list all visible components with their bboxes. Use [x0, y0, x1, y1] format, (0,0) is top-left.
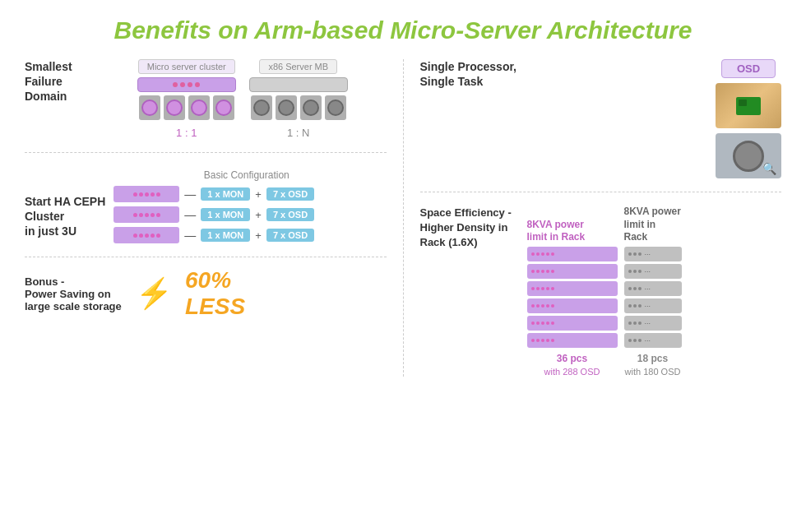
mon-box-3: 1 x MON — [201, 229, 250, 242]
single-processor-label: Single Processor,Single Task — [420, 59, 517, 89]
x86-hdd-icons — [251, 95, 346, 120]
purple-bars-col: 36 pcs with 288 OSD — [527, 247, 618, 377]
dot3 — [188, 82, 192, 87]
content-area: SmallestFailureDomain Micro server clust… — [25, 59, 781, 377]
lightning-icon: ⚡ — [136, 276, 173, 311]
ceph-line-1: — 1 x MON + 7 x OSD — [113, 186, 314, 202]
mon-box-1: 1 x MON — [201, 187, 250, 201]
diagram-group: Micro server cluster — [137, 59, 348, 139]
config-bar-1 — [113, 186, 179, 202]
power-limit-top: 8KVA powerlimit in Rack — [527, 219, 618, 244]
purple-pcs-count: 36 pcs — [527, 353, 618, 364]
hdd4 — [213, 95, 234, 120]
ceph-configs: — 1 x MON + 7 x OSD — [113, 186, 314, 243]
space-efficiency-label: Space Efficiency -Higher Density inRack … — [420, 206, 519, 251]
gray-bar-3: ··· — [624, 281, 682, 296]
dot4 — [195, 82, 200, 87]
osd-storage-visual: 🔍 — [716, 133, 781, 178]
smallest-failure-label: SmallestFailureDomain — [25, 59, 90, 104]
bars-container: 36 pcs with 288 OSD ··· ··· — [527, 247, 682, 377]
space-efficiency-section: Space Efficiency -Higher Density inRack … — [420, 206, 782, 377]
hdd5 — [251, 95, 272, 120]
disk-circle — [733, 141, 764, 172]
ha-ceph-label: Start HA CEPHClusterin just 3U — [25, 194, 105, 239]
hdd7 — [300, 95, 322, 120]
purple-bar-3 — [527, 281, 618, 296]
osd-box-1: 7 x OSD — [266, 187, 314, 201]
board-chip — [736, 97, 761, 115]
gray-bar-4: ··· — [624, 298, 682, 313]
sixty-percent: 60%LESS — [185, 267, 245, 320]
gray-bar-2: ··· — [624, 264, 682, 279]
bonus-section: Bonus -Power Saving onlarge scale storag… — [25, 257, 387, 320]
main-title: Benefits on Arm-based Micro-Server Archi… — [25, 16, 781, 44]
purple-bar-5 — [527, 316, 618, 331]
arrow-1: — — [184, 187, 196, 201]
basic-config-label: Basic Configuration — [107, 169, 387, 181]
plus-1: + — [255, 188, 262, 201]
gray-pcs-sub: with 180 OSD — [624, 367, 682, 377]
right-panel: Single Processor,Single Task OSD 🔍 — [404, 59, 782, 377]
arrow-2: — — [184, 208, 196, 221]
dot2 — [180, 82, 185, 87]
gray-bar-6: ··· — [624, 333, 682, 348]
magnify-icon: 🔍 — [762, 162, 776, 175]
smallest-failure-section: SmallestFailureDomain Micro server clust… — [25, 59, 387, 153]
single-processor-section: Single Processor,Single Task OSD 🔍 — [420, 59, 782, 192]
osd-box-2: 7 x OSD — [266, 208, 314, 221]
hdd2 — [164, 95, 185, 120]
cluster-diagram: Micro server cluster — [99, 59, 387, 139]
ha-ceph-section: Basic Configuration Start HA CEPHCluster… — [25, 166, 387, 243]
purple-bar-4 — [527, 298, 618, 313]
smallest-failure-content: SmallestFailureDomain Micro server clust… — [25, 59, 387, 139]
density-area: 8KVA powerlimit in Rack 8KVA powerlimit … — [527, 206, 682, 377]
hdd6 — [276, 95, 297, 120]
purple-pcs-sub: with 288 OSD — [527, 367, 618, 377]
plus-2: + — [255, 209, 262, 221]
micro-cluster-item: Micro server cluster — [137, 59, 236, 139]
x86-item: x86 Server MB 1 : N — [249, 59, 348, 139]
mon-box-2: 1 x MON — [201, 208, 250, 221]
dot1 — [173, 82, 178, 87]
gray-bars-col: ··· ··· ··· — [624, 247, 682, 377]
hdd8 — [325, 95, 346, 120]
ceph-line-3: — 1 x MON + 7 x OSD — [113, 227, 314, 243]
gray-pcs-count: 18 pcs — [624, 353, 682, 364]
micro-cluster-label: Micro server cluster — [138, 59, 235, 74]
power-labels-top: 8KVA powerlimit in Rack 8KVA powerlimit … — [527, 206, 682, 244]
purple-bar-2 — [527, 264, 618, 279]
page: Benefits on Arm-based Micro-Server Archi… — [0, 0, 806, 532]
x86-label: x86 Server MB — [259, 59, 337, 74]
bonus-label: Bonus -Power Saving onlarge scale storag… — [25, 275, 123, 312]
gray-bar-5: ··· — [624, 316, 682, 331]
board-visual — [716, 83, 781, 128]
arrow-3: — — [184, 229, 196, 242]
osd-label: OSD — [721, 59, 776, 78]
osd-diagram: OSD 🔍 — [716, 59, 781, 178]
x86-server-bar — [249, 77, 348, 92]
micro-server-bar — [137, 77, 236, 92]
left-panel: SmallestFailureDomain Micro server clust… — [25, 59, 404, 377]
purple-bar-1 — [527, 247, 618, 261]
config-bar-3 — [113, 227, 179, 243]
ratio-x86: 1 : N — [287, 127, 309, 139]
osd-box-3: 7 x OSD — [266, 229, 314, 242]
ceph-line-2: — 1 x MON + 7 x OSD — [113, 206, 314, 223]
hdd3 — [188, 95, 210, 120]
plus-3: + — [255, 229, 262, 242]
hdd1 — [139, 95, 160, 120]
power-limit-right: 8KVA powerlimit in Rack — [624, 206, 682, 244]
ha-ceph-row: Start HA CEPHClusterin just 3U — — [25, 186, 387, 243]
config-bar-2 — [113, 206, 179, 223]
gray-bar-1: ··· — [624, 247, 682, 261]
micro-hdd-icons — [139, 95, 234, 120]
ratio-micro: 1 : 1 — [176, 127, 197, 139]
purple-bar-6 — [527, 333, 618, 348]
